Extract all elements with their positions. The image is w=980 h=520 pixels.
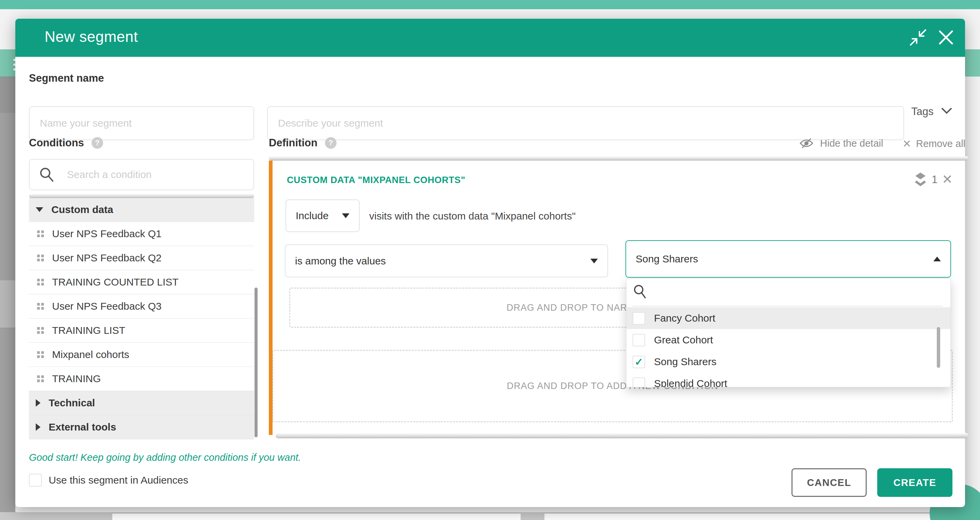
condition-item[interactable]: TRAINING COUNTED LIST (29, 270, 254, 294)
condition-item[interactable]: TRAINING (29, 367, 254, 391)
condition-group-custom-data[interactable]: Custom data (29, 198, 254, 222)
option-fancy-cohort[interactable]: Fancy Cohort (627, 307, 950, 329)
backdrop-panel (544, 513, 963, 520)
search-icon (39, 167, 54, 183)
modal-title: New segment (45, 28, 138, 45)
caret-down-icon (36, 207, 43, 212)
segment-description-input[interactable] (267, 106, 904, 140)
checkbox-checked[interactable]: ✓ (633, 356, 645, 368)
layers-icon (915, 172, 926, 188)
backdrop-table-row (0, 328, 15, 512)
close-icon: ✕ (902, 137, 911, 150)
caret-up-icon (933, 257, 941, 261)
collapse-window-icon[interactable] (908, 27, 928, 48)
conditions-list: Custom data User NPS Feedback Q1 User NP… (29, 198, 254, 439)
condition-card-title: CUSTOM DATA "MIXPANEL COHORTS" (287, 175, 466, 186)
screen: New segment Segment name Tags Conditions… (0, 0, 980, 520)
scroll-shadow (269, 156, 969, 161)
popup-scrollbar[interactable] (937, 327, 940, 368)
backdrop-table-row (0, 112, 15, 280)
option-splendid-cohort[interactable]: Splendid Cohort (627, 373, 950, 387)
drag-handle-icon[interactable] (37, 231, 44, 237)
option-great-cohort[interactable]: Great Cohort (627, 329, 950, 351)
checkbox-unchecked[interactable] (633, 334, 645, 347)
conditions-title: Conditions (29, 137, 84, 149)
definition-horizontal-scrollbar[interactable] (275, 433, 968, 438)
condition-description: visits with the custom data "Mixpanel co… (369, 210, 576, 222)
divider (633, 306, 943, 306)
drag-handle-icon[interactable] (37, 303, 44, 310)
caret-down-icon (342, 213, 350, 218)
caret-right-icon (36, 399, 40, 407)
condition-group-color-bar (269, 161, 272, 435)
definition-header: Definition ? (269, 137, 337, 149)
drag-handle-icon[interactable] (37, 279, 44, 286)
caret-right-icon (36, 423, 40, 431)
cancel-button[interactable]: CANCEL (791, 468, 867, 497)
value-dropdown-popup: Fancy Cohort Great Cohort ✓ Song Sharers… (626, 278, 951, 387)
help-icon[interactable]: ? (325, 137, 337, 149)
backdrop-topbar (0, 0, 980, 9)
search-icon (633, 284, 647, 299)
audiences-checkbox-label: Use this segment in Audiences (49, 474, 188, 486)
drag-handle-icon[interactable] (37, 351, 44, 358)
drag-handle-icon[interactable] (37, 327, 44, 334)
condition-item[interactable]: Mixpanel cohorts (29, 343, 254, 367)
condition-item[interactable]: User NPS Feedback Q1 (29, 222, 254, 246)
modal-header (15, 19, 965, 57)
option-song-sharers[interactable]: ✓ Song Sharers (627, 351, 950, 373)
close-icon[interactable] (936, 27, 956, 48)
checkbox-unchecked[interactable] (633, 312, 645, 324)
definition-title: Definition (269, 137, 318, 149)
operator-dropdown[interactable]: is among the values (285, 244, 608, 277)
segment-name-input[interactable] (29, 106, 254, 140)
hide-detail-button[interactable]: Hide the detail (799, 137, 883, 149)
chevron-down-icon (941, 107, 953, 116)
condition-item[interactable]: User NPS Feedback Q2 (29, 246, 254, 270)
remove-all-button[interactable]: ✕ Remove all (902, 137, 966, 150)
condition-item[interactable]: User NPS Feedback Q3 (29, 294, 254, 318)
segment-name-label: Segment name (29, 72, 104, 84)
help-icon[interactable]: ? (92, 137, 103, 149)
checkbox-unchecked[interactable] (29, 474, 42, 487)
option-list: Fancy Cohort Great Cohort ✓ Song Sharers… (627, 307, 950, 387)
audiences-checkbox-row[interactable]: Use this segment in Audiences (29, 474, 188, 487)
backdrop-table-row (0, 76, 15, 113)
conditions-scrollbar[interactable] (255, 288, 258, 437)
condition-group-external-tools[interactable]: External tools (29, 415, 254, 439)
conditions-header: Conditions ? (29, 137, 103, 149)
create-button[interactable]: CREATE (877, 468, 953, 497)
remove-condition-icon[interactable]: ✕ (942, 172, 953, 187)
drag-handle-icon[interactable] (37, 254, 44, 261)
checkbox-unchecked[interactable] (633, 377, 645, 388)
condition-group-technical[interactable]: Technical (29, 391, 254, 415)
eye-off-icon (799, 137, 814, 149)
caret-down-icon (590, 259, 598, 263)
value-dropdown[interactable]: Song Sharers (625, 240, 951, 278)
include-dropdown[interactable]: Include (285, 199, 360, 232)
condition-level-indicator[interactable]: 1 (915, 172, 937, 188)
condition-item[interactable]: TRAINING LIST (29, 318, 254, 343)
condition-search-input[interactable] (29, 159, 254, 190)
hint-message: Good start! Keep going by adding other c… (29, 452, 301, 463)
drag-handle-icon[interactable] (37, 375, 44, 382)
backdrop-panel (112, 513, 520, 520)
level-count: 1 (932, 173, 937, 186)
scroll-shadow (29, 194, 254, 198)
backdrop-table-row (0, 280, 15, 328)
tags-dropdown[interactable]: Tags (911, 101, 962, 122)
tags-label: Tags (911, 105, 933, 118)
